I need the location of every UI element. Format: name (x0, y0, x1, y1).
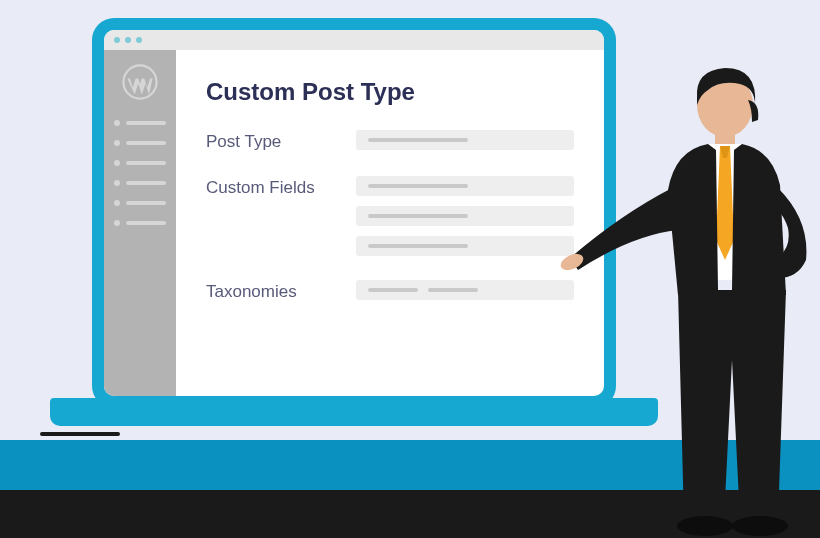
browser-window: Custom Post Type Post Type Custom Fields (104, 30, 604, 396)
sidebar-item[interactable] (114, 220, 166, 226)
sidebar-item[interactable] (114, 140, 166, 146)
section-post-type: Post Type (206, 130, 574, 152)
sidebar-item[interactable] (114, 200, 166, 206)
sidebar-item[interactable] (114, 160, 166, 166)
svg-point-5 (732, 516, 788, 536)
laptop-illustration: Custom Post Type Post Type Custom Fields (92, 18, 616, 426)
laptop-frame: Custom Post Type Post Type Custom Fields (92, 18, 616, 408)
admin-sidebar (104, 50, 176, 396)
browser-titlebar (104, 30, 604, 50)
decorative-stick (40, 432, 120, 436)
section-label: Taxonomies (206, 280, 356, 302)
section-label: Post Type (206, 130, 356, 152)
sidebar-item[interactable] (114, 180, 166, 186)
text-input[interactable] (356, 176, 574, 196)
sidebar-item[interactable] (114, 120, 166, 126)
main-content: Custom Post Type Post Type Custom Fields (176, 50, 604, 396)
text-input[interactable] (356, 130, 574, 150)
app-body: Custom Post Type Post Type Custom Fields (104, 50, 604, 396)
window-dot-icon (114, 37, 120, 43)
text-input[interactable] (356, 280, 574, 300)
text-input[interactable] (356, 206, 574, 226)
svg-point-4 (677, 516, 733, 536)
page-title: Custom Post Type (206, 78, 574, 106)
wordpress-logo-icon (122, 64, 158, 100)
presenter-illustration (560, 60, 820, 538)
svg-rect-2 (715, 132, 735, 146)
window-dot-icon (136, 37, 142, 43)
text-input[interactable] (356, 236, 574, 256)
section-custom-fields: Custom Fields (206, 176, 574, 256)
section-label: Custom Fields (206, 176, 356, 198)
window-dot-icon (125, 37, 131, 43)
section-taxonomies: Taxonomies (206, 280, 574, 302)
